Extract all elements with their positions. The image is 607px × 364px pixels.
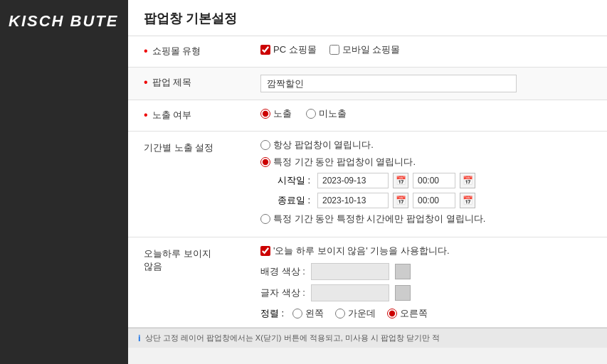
end-time-input[interactable] bbox=[413, 193, 455, 208]
shopping-type-row: • 쇼핑몰 유형 PC 쇼핑몰 모바일 쇼핑몰 bbox=[128, 36, 607, 68]
text-color-label: 글자 색상 : bbox=[260, 287, 305, 299]
info-bar: i 상단 고정 레이어 팝업창에서는 X(닫기) 버튼에 적용되고, 미사용 시… bbox=[128, 328, 607, 348]
required-marker-3: • bbox=[144, 109, 148, 121]
period-specific-input[interactable] bbox=[260, 157, 270, 167]
popup-title-input[interactable] bbox=[260, 75, 517, 92]
expose-row: • 노출 여부 노출 미노출 bbox=[128, 100, 607, 132]
align-right-radio[interactable]: 오른쪽 bbox=[387, 307, 428, 320]
expose-no-input[interactable] bbox=[306, 109, 316, 119]
pc-shopping-checkbox[interactable]: PC 쇼핑몰 bbox=[260, 43, 317, 56]
bg-color-input[interactable] bbox=[311, 263, 389, 280]
align-center-radio[interactable]: 가운데 bbox=[335, 307, 376, 320]
text-color-swatch[interactable] bbox=[395, 285, 411, 301]
end-time-calendar-icon[interactable]: 📅 bbox=[460, 193, 475, 208]
expose-no-radio[interactable]: 미노출 bbox=[306, 107, 347, 120]
sidebar-logo: KISCH BUTE bbox=[9, 13, 118, 30]
start-date-calendar-icon[interactable]: 📅 bbox=[393, 173, 408, 188]
bg-color-row: 배경 색상 : bbox=[260, 263, 596, 280]
required-marker-2: • bbox=[144, 77, 148, 88]
start-time-input[interactable] bbox=[413, 173, 455, 188]
period-always-row: 항상 팝업창이 열립니다. bbox=[260, 139, 596, 151]
period-specific-row: 특정 기간 동안 팝업창이 열립니다. bbox=[260, 156, 596, 168]
main-content: 팝업창 기본설정 • 쇼핑몰 유형 PC 쇼핑몰 모바일 쇼핑몰 bbox=[128, 0, 607, 364]
period-always-input[interactable] bbox=[260, 140, 270, 150]
sidebar: KISCH BUTE bbox=[0, 0, 128, 364]
end-date-row: 종료일 : 📅 📅 bbox=[278, 193, 596, 208]
popup-title-row: • 팝업 제목 bbox=[128, 68, 607, 100]
today-check-input[interactable] bbox=[260, 246, 270, 256]
period-row: 기간별 노출 설정 항상 팝업창이 열립니다. 특정 기간 동안 팝업창이 열립… bbox=[128, 132, 607, 237]
align-right-input[interactable] bbox=[387, 309, 397, 318]
mobile-shopping-input[interactable] bbox=[329, 45, 339, 55]
expose-yes-radio[interactable]: 노출 bbox=[260, 107, 292, 120]
today-row: 오늘하루 보이지 않음 '오늘 하루 보이지 않음' 기능을 사용합니다. 배경… bbox=[128, 237, 607, 328]
pc-shopping-input[interactable] bbox=[260, 45, 270, 55]
text-color-input[interactable] bbox=[311, 284, 389, 301]
today-check-row: '오늘 하루 보이지 않음' 기능을 사용합니다. bbox=[260, 245, 596, 257]
info-text: 상단 고정 레이어 팝업창에서는 X(닫기) 버튼에 적용되고, 미사용 시 팝… bbox=[145, 333, 440, 343]
period-specific-time-radio[interactable]: 특정 기간 동안 특정한 시간에만 팝업창이 열립니다. bbox=[260, 213, 485, 225]
expose-yes-input[interactable] bbox=[260, 109, 270, 119]
popup-title-value-col bbox=[249, 68, 607, 100]
period-label: 기간별 노출 설정 bbox=[128, 132, 249, 164]
expose-value-col: 노출 미노출 bbox=[249, 100, 607, 127]
start-date-input[interactable] bbox=[317, 173, 389, 188]
period-specific-time-input[interactable] bbox=[260, 214, 270, 224]
align-row: 정렬 : 왼쪽 가운데 오른쪽 bbox=[260, 307, 596, 320]
shopping-type-value: PC 쇼핑몰 모바일 쇼핑몰 bbox=[249, 36, 607, 63]
shopping-type-label: • 쇼핑몰 유형 bbox=[128, 36, 249, 66]
period-value-col: 항상 팝업창이 열립니다. 특정 기간 동안 팝업창이 열립니다. 시작일 : … bbox=[249, 132, 607, 237]
start-date-row: 시작일 : 📅 📅 bbox=[278, 173, 596, 188]
bg-color-label: 배경 색상 : bbox=[260, 265, 305, 278]
period-always-radio[interactable]: 항상 팝업창이 열립니다. bbox=[260, 139, 374, 151]
popup-title-label: • 팝업 제목 bbox=[128, 68, 249, 97]
form-body: • 쇼핑몰 유형 PC 쇼핑몰 모바일 쇼핑몰 • 팝업 제목 bbox=[128, 36, 607, 362]
today-check-label[interactable]: '오늘 하루 보이지 않음' 기능을 사용합니다. bbox=[260, 245, 450, 257]
align-center-input[interactable] bbox=[335, 309, 345, 318]
align-left-input[interactable] bbox=[292, 309, 302, 318]
today-value-col: '오늘 하루 보이지 않음' 기능을 사용합니다. 배경 색상 : 글자 색상 … bbox=[249, 237, 607, 327]
required-marker: • bbox=[144, 46, 148, 57]
end-date-input[interactable] bbox=[317, 193, 389, 208]
mobile-shopping-checkbox[interactable]: 모바일 쇼핑몰 bbox=[329, 43, 401, 56]
text-color-row: 글자 색상 : bbox=[260, 284, 596, 301]
period-specific-time-row: 특정 기간 동안 특정한 시간에만 팝업창이 열립니다. bbox=[260, 213, 596, 225]
expose-label: • 노출 여부 bbox=[128, 100, 249, 130]
page-title: 팝업창 기본설정 bbox=[128, 0, 607, 36]
today-label: 오늘하루 보이지 않음 bbox=[128, 237, 249, 283]
bg-color-swatch[interactable] bbox=[395, 264, 411, 279]
period-specific-radio[interactable]: 특정 기간 동안 팝업창이 열립니다. bbox=[260, 156, 416, 168]
end-date-calendar-icon[interactable]: 📅 bbox=[393, 193, 408, 208]
start-time-calendar-icon[interactable]: 📅 bbox=[460, 173, 475, 188]
align-left-radio[interactable]: 왼쪽 bbox=[292, 307, 324, 320]
info-icon: i bbox=[138, 333, 141, 343]
